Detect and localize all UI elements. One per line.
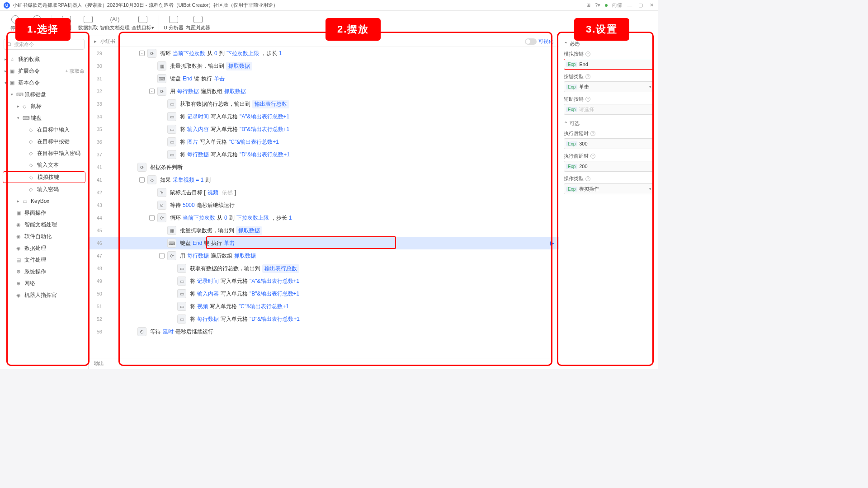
ui-analyzer-button[interactable]: UI分析器 — [164, 13, 184, 34]
code-line-41[interactable]: 41⟳根据条件判断 — [89, 161, 559, 174]
info-icon[interactable]: ? — [590, 154, 595, 159]
code-line-33[interactable]: 33▭获取有数据的行总数，输出到 输出表行总数 — [89, 98, 559, 110]
code-line-50[interactable]: 50▭将 输入内容 写入单元格 "B"&输出表行总数+1 — [89, 287, 559, 300]
code-line-52[interactable]: 52▭将 每行数据 写入单元格 "D"&输出表行总数+1 — [89, 313, 559, 325]
svg-point-0 — [8, 42, 11, 46]
delay-after-input[interactable]: Exp300 — [564, 138, 654, 149]
info-icon[interactable]: ? — [585, 176, 590, 181]
delay-before-input[interactable]: Exp200 — [564, 161, 654, 172]
collapse-button[interactable]: - — [139, 51, 145, 56]
optional-section-header[interactable]: ⌃可选 — [564, 118, 654, 128]
info-icon[interactable]: ? — [585, 52, 590, 56]
toggle-switch[interactable] — [525, 38, 537, 45]
sidebar-item-1[interactable]: ▸▣扩展命令+ 获取命 — [0, 65, 88, 77]
code-line-41[interactable]: 41-◇如果 采集视频 = 1 则 — [89, 174, 559, 186]
code-line-43[interactable]: 43⏲等待 5000 毫秒后继续运行 — [89, 199, 559, 211]
sidebar-item-12[interactable]: ▸▭KeyBox — [0, 195, 88, 207]
node-icon: ⌨ — [23, 115, 29, 121]
sidebar-item-8[interactable]: ◇在目标中输入密码 — [0, 147, 88, 159]
sidebar-item-15[interactable]: ◉软件自动化 — [0, 230, 88, 242]
node-icon: ◉ — [16, 222, 23, 228]
collapse-button[interactable]: - — [139, 177, 145, 183]
sidebar-item-16[interactable]: ◉数据处理 — [0, 242, 88, 254]
code-text: 将 记录时间 写入单元格 "A"&输出表行总数+1 — [190, 277, 299, 285]
key-type-select[interactable]: Exp单击▾ — [564, 81, 654, 92]
code-line-29[interactable]: 29-⟳循环 当前下拉次数 从 0 到 下拉次数上限，步长 1 — [89, 47, 559, 60]
sidebar-item-10[interactable]: ◇模拟按键 — [3, 171, 85, 183]
sidebar-item-13[interactable]: ▣界面操作 — [0, 207, 88, 219]
data-capture-button[interactable]: 数据抓取 — [78, 13, 98, 34]
collapse-button[interactable]: - — [149, 215, 155, 221]
breadcrumb-root[interactable]: 小红书 — [100, 38, 115, 45]
info-icon[interactable]: ? — [585, 97, 590, 102]
code-line-48[interactable]: 48▭获取有数据的行总数，输出到 输出表行总数 — [89, 262, 559, 275]
maximize-button[interactable]: ▢ — [637, 2, 644, 8]
line-number: 29 — [89, 51, 107, 56]
info-icon[interactable]: ? — [590, 131, 595, 136]
code-line-42[interactable]: 42🖱鼠标点击目标 [ 视频 依然 ] — [89, 186, 559, 199]
exp-tag: Exp — [566, 62, 577, 67]
code-line-31[interactable]: 31⌨键盘 End 键 执行 单击 — [89, 72, 559, 85]
capture-icon — [84, 16, 93, 23]
modifier-key-input[interactable]: Exp请选择 — [564, 104, 654, 115]
code-line-49[interactable]: 49▭将 记录时间 写入单元格 "A"&输出表行总数+1 — [89, 275, 559, 287]
sidebar-item-9[interactable]: ◇输入文本 — [0, 159, 88, 171]
collapse-button[interactable]: - — [159, 253, 165, 258]
help-icon[interactable]: ?▾ — [595, 2, 600, 8]
builtin-browser-button[interactable]: 内置浏览器 — [185, 13, 210, 34]
sidebar-item-18[interactable]: ⚙系统操作 — [0, 266, 88, 277]
play-icon[interactable]: ▶ — [550, 240, 554, 246]
code-area[interactable]: 29-⟳循环 当前下拉次数 从 0 到 下拉次数上限，步长 130▦批量抓取数据… — [89, 47, 559, 358]
properties-panel: ⌃必选 模拟按键? ExpEnd 按键类型? Exp单击▾ 辅助按键? Exp请… — [559, 36, 658, 369]
sidebar-item-17[interactable]: ▤文件处理 — [0, 254, 88, 266]
sidebar-item-11[interactable]: ◇输入密码 — [0, 183, 88, 195]
visual-toggle[interactable]: 可视化 — [525, 38, 553, 45]
smart-doc-button[interactable]: (AI)智能文档处理 — [100, 13, 130, 34]
code-line-51[interactable]: 51▭将 视频 写入单元格 "C"&输出表行总数+1 — [89, 300, 559, 313]
sidebar-item-2[interactable]: ▾▣基本命令 — [0, 77, 88, 89]
line-number: 56 — [89, 329, 107, 334]
node-icon: ▣ — [10, 68, 16, 74]
line-number: 45 — [89, 228, 107, 233]
info-icon[interactable]: ? — [585, 74, 590, 79]
line-number: 43 — [89, 202, 107, 208]
sidebar-item-3[interactable]: ▾⌨鼠标键盘 — [0, 89, 88, 100]
code-line-37[interactable]: 37▭将 每行数据 写入单元格 "D"&输出表行总数+1 — [89, 148, 559, 161]
close-button[interactable]: ✕ — [648, 2, 655, 8]
operation-type-select[interactable]: Exp模拟操作▾ — [564, 183, 654, 194]
output-panel-header[interactable]: 输出 — [89, 358, 559, 369]
user-name[interactable]: 向倩 — [612, 2, 622, 9]
sidebar-item-4[interactable]: ▸◇鼠标 — [0, 100, 88, 112]
code-line-44[interactable]: 44-⟳循环 当前下拉次数 从 0 到 下拉次数上限，步长 1 — [89, 211, 559, 224]
sidebar-item-label: 在目标中输入密码 — [37, 150, 80, 157]
code-line-30[interactable]: 30▦批量抓取数据，输出到 抓取数据 — [89, 60, 559, 72]
sidebar-item-5[interactable]: ▾⌨键盘 — [0, 112, 88, 124]
code-line-46[interactable]: 46⌨键盘 End 键 执行 单击▶ — [89, 237, 559, 249]
sidebar-item-19[interactable]: ⊕网络 — [0, 277, 88, 289]
sidebar-item-6[interactable]: ◇在目标中输入 — [0, 124, 88, 136]
minimize-button[interactable]: — — [627, 3, 633, 8]
ai-icon: (AI) — [110, 16, 119, 23]
sidebar-item-7[interactable]: ◇在目标中按键 — [0, 136, 88, 147]
node-icon: ◇ — [29, 187, 35, 192]
code-line-36[interactable]: 36▭将 图片 写入单元格 "C"&输出表行总数+1 — [89, 136, 559, 148]
apps-icon[interactable]: ⊞ — [586, 2, 590, 8]
sidebar-item-20[interactable]: ◉机器人指挥官 — [0, 289, 88, 301]
code-text: 键盘 End 键 执行 单击 — [180, 239, 235, 247]
code-line-32[interactable]: 32-⟳用 每行数据 遍历数组 抓取数据 — [89, 85, 559, 98]
fetch-command-button[interactable]: + 获取命 — [66, 68, 85, 75]
code-line-56[interactable]: 56⏲等待 延时 毫秒后继续运行 — [89, 325, 559, 338]
block-icon: ▭ — [177, 314, 186, 324]
code-line-47[interactable]: 47-⟳用 每行数据 遍历数组 抓取数据 — [89, 249, 559, 262]
sidebar-item-0[interactable]: ▸☆我的收藏 — [0, 53, 88, 65]
simulate-key-input[interactable]: ExpEnd — [564, 59, 654, 70]
code-line-45[interactable]: 45▦批量抓取数据，输出到 抓取数据 — [89, 224, 559, 237]
sidebar-item-label: 界面操作 — [24, 209, 46, 217]
sidebar-item-label: 数据处理 — [24, 244, 46, 252]
code-line-35[interactable]: 35▭将 输入内容 写入单元格 "B"&输出表行总数+1 — [89, 123, 559, 136]
find-target-button[interactable]: 查找目标▾ — [132, 13, 154, 34]
line-number: 41 — [89, 164, 107, 170]
sidebar-item-14[interactable]: ◉智能文档处理 — [0, 219, 88, 230]
code-line-34[interactable]: 34▭将 记录时间 写入单元格 "A"&输出表行总数+1 — [89, 110, 559, 123]
collapse-button[interactable]: - — [149, 89, 155, 94]
